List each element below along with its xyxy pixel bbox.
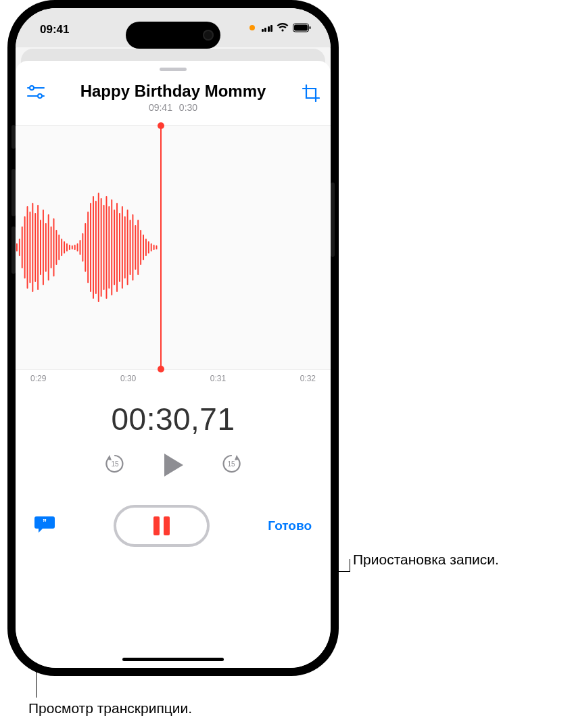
svg-text:15: 15 [111, 460, 119, 468]
ruler-tick: 0:31 [210, 374, 226, 383]
svg-rect-2 [310, 26, 311, 29]
done-button[interactable]: Готово [266, 516, 313, 536]
wifi-icon [277, 23, 289, 32]
ruler-tick: 0:29 [30, 374, 46, 383]
side-button-power [331, 183, 335, 257]
recording-indicator-icon [249, 25, 255, 30]
pause-record-button[interactable] [114, 505, 210, 547]
skip-forward-15-button[interactable]: 15 [220, 452, 243, 478]
cellular-icon [262, 24, 273, 32]
home-indicator[interactable] [122, 658, 224, 661]
ruler-tick: 0:30 [120, 374, 136, 383]
elapsed-time: 00:30,71 [16, 401, 331, 437]
svg-text:”: ” [43, 518, 47, 527]
pause-icon [153, 516, 170, 535]
waveform[interactable] [16, 125, 331, 370]
callout-pause: Приостановка записи. [353, 552, 499, 568]
recording-sheet: Happy Birthday Mommy 09:41 0:30 [16, 61, 331, 668]
options-button[interactable] [26, 84, 45, 102]
battery-icon [293, 23, 312, 32]
svg-point-4 [30, 86, 34, 90]
time-ruler: 0:29 0:30 0:31 0:32 [16, 370, 331, 383]
svg-point-6 [38, 94, 42, 98]
dynamic-island [126, 22, 220, 49]
sheet-grabber[interactable] [160, 68, 187, 71]
speech-bubble-icon: ” [33, 514, 56, 535]
callout-line [350, 559, 350, 572]
ruler-tick: 0:32 [300, 374, 316, 383]
recording-title[interactable]: Happy Birthday Mommy [26, 82, 320, 101]
crop-icon [302, 84, 320, 102]
skip-back-15-button[interactable]: 15 [103, 452, 126, 478]
sliders-icon [26, 84, 45, 99]
recording-subtitle: 09:41 0:30 [26, 102, 320, 113]
screen: 09:41 [16, 8, 331, 668]
phone-frame: 09:41 [7, 0, 339, 676]
svg-marker-62 [164, 454, 183, 477]
recording-duration: 0:30 [179, 102, 197, 113]
playhead[interactable] [160, 126, 162, 369]
callout-transcript: Просмотр транскрипции. [28, 700, 192, 717]
skip-back-icon: 15 [103, 452, 126, 475]
transcript-button[interactable]: ” [33, 514, 56, 537]
skip-forward-icon: 15 [220, 452, 243, 475]
status-time: 09:41 [40, 23, 69, 37]
recording-timestamp: 09:41 [149, 102, 172, 113]
svg-text:15: 15 [227, 460, 235, 468]
play-button[interactable] [162, 452, 185, 478]
play-icon [162, 452, 185, 478]
svg-rect-1 [294, 25, 308, 31]
crop-button[interactable] [302, 84, 320, 105]
waveform-graphic [16, 187, 160, 308]
